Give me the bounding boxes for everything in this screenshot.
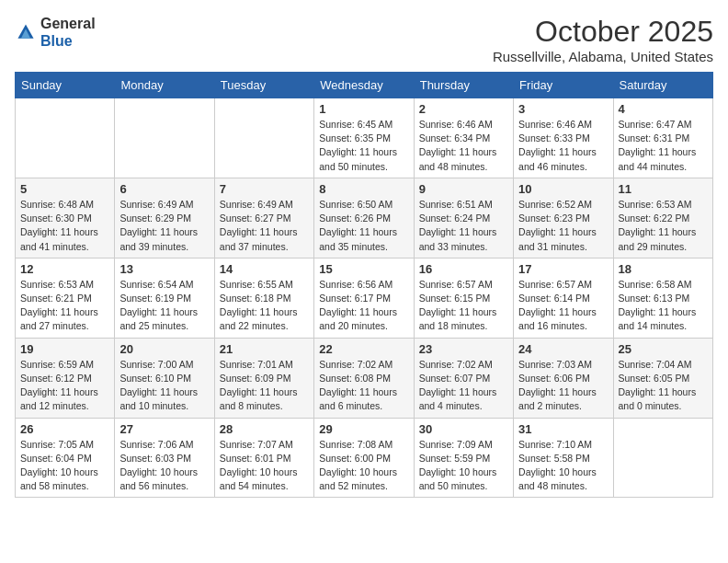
day-number: 17 xyxy=(518,262,608,276)
day-number: 2 xyxy=(419,102,508,116)
day-info: Sunrise: 6:52 AMSunset: 6:23 PMDaylight:… xyxy=(518,198,608,254)
day-cell: 26Sunrise: 7:05 AMSunset: 6:04 PMDayligh… xyxy=(16,418,115,498)
day-number: 15 xyxy=(319,262,408,276)
day-number: 21 xyxy=(220,342,309,356)
day-number: 13 xyxy=(119,262,209,276)
weekday-header-row: SundayMondayTuesdayWednesdayThursdayFrid… xyxy=(16,73,713,98)
day-info: Sunrise: 6:58 AMSunset: 6:13 PMDaylight:… xyxy=(619,278,708,334)
day-info: Sunrise: 6:55 AMSunset: 6:18 PMDaylight:… xyxy=(220,278,309,334)
day-info: Sunrise: 7:02 AMSunset: 6:07 PMDaylight:… xyxy=(419,358,508,414)
day-number: 29 xyxy=(319,422,408,436)
day-cell: 10Sunrise: 6:52 AMSunset: 6:23 PMDayligh… xyxy=(514,178,613,258)
day-number: 18 xyxy=(619,262,708,276)
day-info: Sunrise: 6:48 AMSunset: 6:30 PMDaylight:… xyxy=(20,198,109,254)
day-number: 1 xyxy=(319,102,408,116)
day-info: Sunrise: 7:08 AMSunset: 6:00 PMDaylight:… xyxy=(319,438,408,494)
day-cell: 15Sunrise: 6:56 AMSunset: 6:17 PMDayligh… xyxy=(314,258,414,338)
week-row-3: 12Sunrise: 6:53 AMSunset: 6:21 PMDayligh… xyxy=(16,258,713,338)
day-cell: 11Sunrise: 6:53 AMSunset: 6:22 PMDayligh… xyxy=(613,178,712,258)
day-info: Sunrise: 6:57 AMSunset: 6:15 PMDaylight:… xyxy=(419,278,508,334)
page-header: General Blue October 2025 Russellville, … xyxy=(15,15,713,64)
day-cell: 21Sunrise: 7:01 AMSunset: 6:09 PMDayligh… xyxy=(214,338,313,418)
day-number: 6 xyxy=(119,182,209,196)
day-number: 30 xyxy=(419,422,508,436)
day-cell: 30Sunrise: 7:09 AMSunset: 5:59 PMDayligh… xyxy=(414,418,513,498)
day-cell: 25Sunrise: 7:04 AMSunset: 6:05 PMDayligh… xyxy=(613,338,712,418)
day-number: 27 xyxy=(119,422,209,436)
day-cell: 16Sunrise: 6:57 AMSunset: 6:15 PMDayligh… xyxy=(414,258,513,338)
day-number: 31 xyxy=(518,422,608,436)
day-info: Sunrise: 6:56 AMSunset: 6:17 PMDaylight:… xyxy=(319,278,408,334)
day-info: Sunrise: 7:00 AMSunset: 6:10 PMDaylight:… xyxy=(119,358,209,414)
title-section: October 2025 Russellville, Alabama, Unit… xyxy=(493,15,713,64)
day-cell: 31Sunrise: 7:10 AMSunset: 5:58 PMDayligh… xyxy=(514,418,613,498)
day-cell: 5Sunrise: 6:48 AMSunset: 6:30 PMDaylight… xyxy=(16,178,115,258)
day-number: 8 xyxy=(319,182,408,196)
day-number: 4 xyxy=(619,102,708,116)
day-info: Sunrise: 7:03 AMSunset: 6:06 PMDaylight:… xyxy=(518,358,608,414)
day-cell: 24Sunrise: 7:03 AMSunset: 6:06 PMDayligh… xyxy=(514,338,613,418)
day-number: 22 xyxy=(319,342,408,356)
day-info: Sunrise: 6:53 AMSunset: 6:22 PMDaylight:… xyxy=(619,198,708,254)
week-row-4: 19Sunrise: 6:59 AMSunset: 6:12 PMDayligh… xyxy=(16,338,713,418)
day-info: Sunrise: 6:46 AMSunset: 6:34 PMDaylight:… xyxy=(419,118,508,174)
day-cell: 27Sunrise: 7:06 AMSunset: 6:03 PMDayligh… xyxy=(115,418,214,498)
week-row-2: 5Sunrise: 6:48 AMSunset: 6:30 PMDaylight… xyxy=(16,178,713,258)
day-number: 20 xyxy=(119,342,209,356)
day-cell: 3Sunrise: 6:46 AMSunset: 6:33 PMDaylight… xyxy=(514,98,613,178)
logo-icon xyxy=(15,21,37,43)
day-cell xyxy=(115,98,214,178)
day-cell: 12Sunrise: 6:53 AMSunset: 6:21 PMDayligh… xyxy=(16,258,115,338)
week-row-5: 26Sunrise: 7:05 AMSunset: 6:04 PMDayligh… xyxy=(16,418,713,498)
day-cell: 17Sunrise: 6:57 AMSunset: 6:14 PMDayligh… xyxy=(514,258,613,338)
day-number: 10 xyxy=(518,182,608,196)
day-cell xyxy=(214,98,313,178)
logo-text: General Blue xyxy=(40,15,96,50)
day-info: Sunrise: 7:01 AMSunset: 6:09 PMDaylight:… xyxy=(220,358,309,414)
day-number: 23 xyxy=(419,342,508,356)
weekday-header-tuesday: Tuesday xyxy=(214,73,313,98)
day-info: Sunrise: 7:06 AMSunset: 6:03 PMDaylight:… xyxy=(119,438,209,494)
day-number: 25 xyxy=(619,342,708,356)
day-cell: 8Sunrise: 6:50 AMSunset: 6:26 PMDaylight… xyxy=(314,178,414,258)
day-info: Sunrise: 6:49 AMSunset: 6:27 PMDaylight:… xyxy=(220,198,309,254)
day-info: Sunrise: 6:54 AMSunset: 6:19 PMDaylight:… xyxy=(119,278,209,334)
day-cell: 20Sunrise: 7:00 AMSunset: 6:10 PMDayligh… xyxy=(115,338,214,418)
day-number: 26 xyxy=(20,422,109,436)
day-cell: 4Sunrise: 6:47 AMSunset: 6:31 PMDaylight… xyxy=(613,98,712,178)
day-cell: 18Sunrise: 6:58 AMSunset: 6:13 PMDayligh… xyxy=(613,258,712,338)
day-cell: 13Sunrise: 6:54 AMSunset: 6:19 PMDayligh… xyxy=(115,258,214,338)
day-cell: 22Sunrise: 7:02 AMSunset: 6:08 PMDayligh… xyxy=(314,338,414,418)
day-number: 11 xyxy=(619,182,708,196)
day-cell: 28Sunrise: 7:07 AMSunset: 6:01 PMDayligh… xyxy=(214,418,313,498)
day-number: 14 xyxy=(220,262,309,276)
day-cell: 2Sunrise: 6:46 AMSunset: 6:34 PMDaylight… xyxy=(414,98,513,178)
day-info: Sunrise: 7:07 AMSunset: 6:01 PMDaylight:… xyxy=(220,438,309,494)
day-info: Sunrise: 7:05 AMSunset: 6:04 PMDaylight:… xyxy=(20,438,109,494)
day-cell: 9Sunrise: 6:51 AMSunset: 6:24 PMDaylight… xyxy=(414,178,513,258)
day-info: Sunrise: 7:10 AMSunset: 5:58 PMDaylight:… xyxy=(518,438,608,494)
weekday-header-sunday: Sunday xyxy=(16,73,115,98)
day-number: 12 xyxy=(20,262,109,276)
day-number: 5 xyxy=(20,182,109,196)
day-number: 19 xyxy=(20,342,109,356)
day-cell: 23Sunrise: 7:02 AMSunset: 6:07 PMDayligh… xyxy=(414,338,513,418)
day-info: Sunrise: 6:51 AMSunset: 6:24 PMDaylight:… xyxy=(419,198,508,254)
day-cell: 19Sunrise: 6:59 AMSunset: 6:12 PMDayligh… xyxy=(16,338,115,418)
day-info: Sunrise: 6:53 AMSunset: 6:21 PMDaylight:… xyxy=(20,278,109,334)
day-cell: 7Sunrise: 6:49 AMSunset: 6:27 PMDaylight… xyxy=(214,178,313,258)
day-info: Sunrise: 6:57 AMSunset: 6:14 PMDaylight:… xyxy=(518,278,608,334)
logo: General Blue xyxy=(15,15,96,50)
day-cell xyxy=(16,98,115,178)
day-info: Sunrise: 6:46 AMSunset: 6:33 PMDaylight:… xyxy=(518,118,608,174)
day-number: 24 xyxy=(518,342,608,356)
day-number: 7 xyxy=(220,182,309,196)
day-info: Sunrise: 7:04 AMSunset: 6:05 PMDaylight:… xyxy=(619,358,708,414)
day-number: 16 xyxy=(419,262,508,276)
weekday-header-wednesday: Wednesday xyxy=(314,73,414,98)
calendar-table: SundayMondayTuesdayWednesdayThursdayFrid… xyxy=(15,72,713,498)
day-cell xyxy=(613,418,712,498)
weekday-header-thursday: Thursday xyxy=(414,73,513,98)
weekday-header-monday: Monday xyxy=(115,73,214,98)
day-cell: 1Sunrise: 6:45 AMSunset: 6:35 PMDaylight… xyxy=(314,98,414,178)
